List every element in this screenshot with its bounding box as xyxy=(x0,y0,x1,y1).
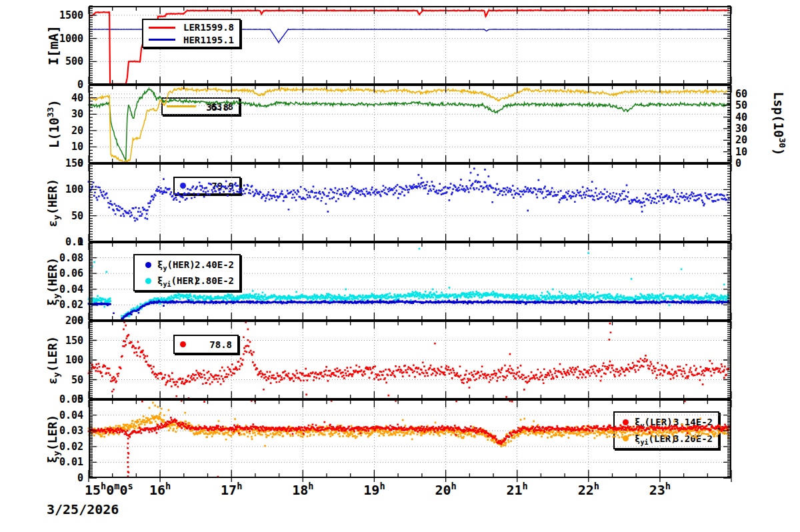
panel-luminosity-canvas xyxy=(89,85,731,163)
legend-line-sample xyxy=(149,39,175,41)
legend-value: 1195.1 xyxy=(200,35,234,45)
legend-label: ξy(HER) xyxy=(157,260,195,273)
legend-label: LER xyxy=(183,23,200,32)
y-tick-label-right: 60 xyxy=(735,89,762,99)
legend-line-sample xyxy=(149,27,175,29)
legend-current: LER1599.8HER1195.1 xyxy=(142,19,241,48)
legend-ey-ler: 78.8 xyxy=(173,335,239,354)
panel-xiy-ler-canvas xyxy=(89,399,731,483)
y-tick-label-right: 10 xyxy=(735,147,762,157)
axis-title-right: Lsp(1030) xyxy=(771,57,787,191)
legend-value: 78.8 xyxy=(209,340,232,349)
legend-value: 1599.8 xyxy=(200,23,234,32)
legend-label: HER xyxy=(183,35,200,45)
legend-dot-sample xyxy=(145,278,151,284)
legend-dot-sample xyxy=(180,341,186,347)
panel-ey-ler-canvas xyxy=(89,321,731,399)
axis-title-xiy-ler: ξy(LER) xyxy=(45,372,62,505)
legend-label: ξyi(HER) xyxy=(157,276,199,289)
y-tick-label-right: 30 xyxy=(735,123,762,134)
y-tick-label-right: 40 xyxy=(735,112,762,123)
legend-xiy-her: ξy(HER)2.40E-2ξyi(HER)2.80E-2 xyxy=(133,254,241,291)
beam-monitor-chart: 3/25/2026 LER1599.8HER1195.1050010001500… xyxy=(0,0,800,532)
legend-value: 2.40E-2 xyxy=(195,260,234,269)
y-tick-label-right: 0 xyxy=(735,158,762,169)
legend-dot-sample xyxy=(145,262,151,268)
y-tick-label-right: 50 xyxy=(735,100,762,111)
panel-ey-her-canvas xyxy=(89,163,731,242)
y-tick-label-right: 20 xyxy=(735,135,762,145)
legend-value: 2.80E-2 xyxy=(195,276,234,285)
